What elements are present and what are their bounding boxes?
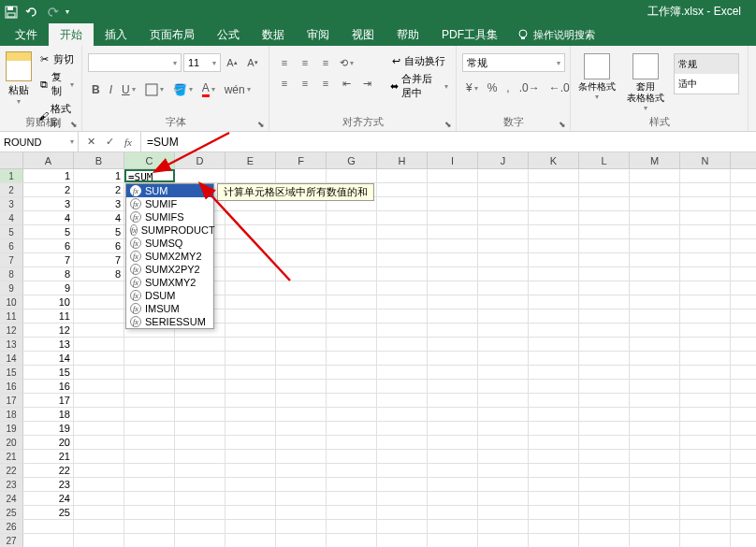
cell[interactable] [680,366,731,379]
cell[interactable]: 7 [74,253,124,266]
cell[interactable] [377,324,428,337]
column-header[interactable]: K [529,152,579,168]
comma-button[interactable]: , [502,79,513,96]
cell[interactable]: 22 [23,464,74,477]
column-header[interactable]: N [680,152,731,168]
clipboard-launcher-icon[interactable]: ⬊ [70,120,80,129]
column-header[interactable]: H [377,152,428,168]
cell[interactable] [579,422,630,435]
increase-decimal-icon[interactable]: .0→ [516,79,544,96]
cell[interactable] [579,267,630,281]
row-header[interactable]: 14 [0,352,23,365]
cell[interactable] [175,492,225,505]
cell[interactable]: 5 [23,225,74,238]
cell[interactable] [630,211,680,224]
row-header[interactable]: 18 [0,408,23,421]
row-header[interactable]: 26 [0,520,23,533]
cell[interactable] [428,394,478,407]
cell[interactable] [428,534,478,547]
cell[interactable] [74,450,124,463]
cell[interactable] [276,324,327,337]
cell[interactable] [630,408,680,421]
cell[interactable] [478,281,529,295]
cell[interactable]: 18 [23,408,74,421]
cell[interactable] [428,352,478,365]
row-header[interactable]: 11 [0,309,23,323]
cell[interactable] [225,338,276,351]
cell[interactable] [478,225,529,238]
row-header[interactable]: 7 [0,253,23,266]
row-header[interactable]: 25 [0,506,23,519]
cell[interactable] [225,492,276,505]
cell[interactable] [124,478,175,491]
cell[interactable]: 15 [23,366,74,379]
cell[interactable] [630,239,680,252]
tab-insert[interactable]: 插入 [94,23,138,46]
cell[interactable]: 2 [23,183,74,196]
cell[interactable] [579,309,630,323]
cell[interactable] [327,492,377,505]
row-header[interactable]: 21 [0,450,23,463]
align-launcher-icon[interactable]: ⬊ [444,120,454,129]
cell[interactable] [680,281,731,295]
decrease-font-icon[interactable]: A▾ [243,53,262,72]
cell[interactable] [630,253,680,266]
align-bottom-icon[interactable]: ≡ [316,53,335,72]
cell[interactable] [428,506,478,519]
cell[interactable] [478,366,529,379]
cell[interactable] [377,352,428,365]
cell[interactable] [529,408,579,421]
cell[interactable] [175,534,225,547]
cell[interactable]: 3 [23,197,74,210]
cell[interactable]: 13 [23,338,74,351]
cell[interactable] [276,520,327,533]
cell[interactable] [276,239,327,252]
cell[interactable] [175,478,225,491]
tab-help[interactable]: 帮助 [385,23,430,46]
cell[interactable] [680,380,731,393]
row-header[interactable]: 15 [0,366,23,379]
cell[interactable] [276,253,327,266]
cell[interactable] [175,422,225,435]
cell[interactable] [630,183,680,196]
column-header[interactable]: J [478,152,529,168]
cell[interactable] [175,338,225,351]
tab-data[interactable]: 数据 [251,23,296,46]
cell[interactable] [579,211,630,224]
cell[interactable] [680,338,731,351]
cell[interactable] [680,352,731,365]
cell[interactable] [680,309,731,323]
cell[interactable] [529,338,579,351]
cell[interactable] [478,422,529,435]
cell[interactable] [529,239,579,252]
cell[interactable] [529,225,579,238]
cell[interactable]: 20 [23,436,74,449]
cell[interactable] [327,211,377,224]
cell[interactable] [630,338,680,351]
cell[interactable] [630,534,680,547]
cell[interactable] [225,281,276,295]
font-launcher-icon[interactable]: ⬊ [257,120,267,129]
cell[interactable] [529,520,579,533]
cell[interactable] [680,324,731,337]
autocomplete-item[interactable]: fxSUMX2MY2 [126,250,213,263]
cell[interactable] [377,169,428,182]
cell[interactable] [579,169,630,182]
cell[interactable] [74,338,124,351]
cell[interactable]: 8 [74,267,124,281]
cell[interactable] [579,366,630,379]
autocomplete-item[interactable]: fxIMSUM [126,302,213,315]
cell[interactable] [377,478,428,491]
column-header[interactable]: G [327,152,377,168]
row-header[interactable]: 27 [0,534,23,547]
cell[interactable] [225,464,276,477]
cell[interactable]: 6 [23,239,74,252]
column-header[interactable]: I [428,152,478,168]
cell[interactable] [428,267,478,281]
cell[interactable] [327,338,377,351]
cell[interactable] [680,422,731,435]
cell[interactable] [74,324,124,337]
cell[interactable] [276,394,327,407]
cell[interactable]: 14 [23,352,74,365]
cell[interactable] [579,324,630,337]
